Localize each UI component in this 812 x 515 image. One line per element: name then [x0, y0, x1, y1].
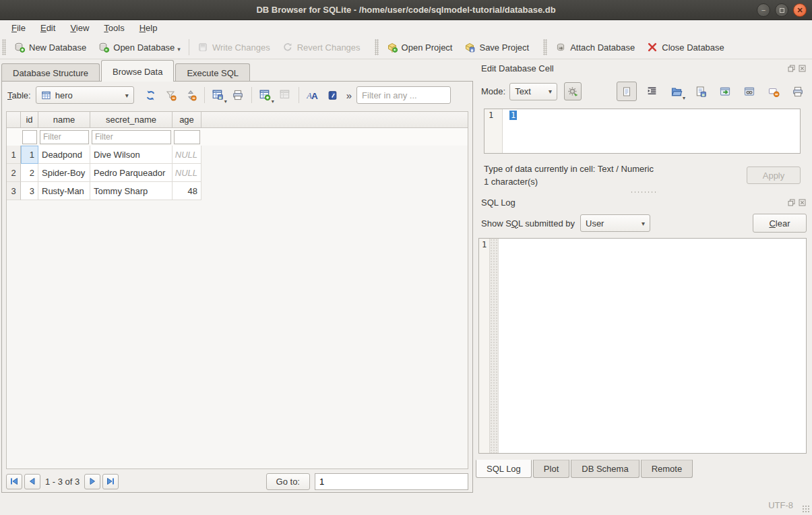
table-select[interactable]: hero ▾ [36, 86, 134, 104]
bottom-tab-sql-log[interactable]: SQL Log [476, 460, 532, 478]
tab-browse-data[interactable]: Browse Data [101, 60, 174, 82]
filter-input-id[interactable] [22, 130, 37, 144]
open-project-button[interactable]: Open Project [381, 38, 459, 56]
word-wrap-button[interactable] [643, 83, 661, 100]
save-table-button[interactable]: ▾ [209, 86, 227, 104]
sql-log-content[interactable] [499, 239, 806, 453]
edit-cell-dock-titlebar[interactable]: Edit Database Cell [476, 59, 812, 76]
row-range-label: 1 - 3 of 3 [42, 477, 82, 487]
window-resize-grip[interactable] [802, 505, 810, 513]
open-database-dropdown-arrow[interactable]: ▾ [177, 46, 181, 53]
editor-fold-margin [490, 239, 499, 453]
menu-help[interactable]: Help [132, 22, 165, 34]
font-icon: AA [306, 89, 318, 101]
cell-age[interactable]: NULL [173, 146, 201, 164]
column-header-id[interactable]: id [21, 112, 38, 127]
menu-view[interactable]: View [63, 22, 96, 34]
cell-name[interactable]: Rusty-Man [38, 182, 90, 200]
title-bar[interactable]: DB Browser for SQLite - /home/user/code/… [0, 0, 812, 20]
bottom-tab-plot[interactable]: Plot [533, 460, 569, 478]
goto-button[interactable]: Go to: [266, 473, 310, 490]
clear-filters-button[interactable] [162, 86, 180, 104]
import-cell-data-button[interactable]: ▾ [667, 83, 685, 100]
open-database-button[interactable]: Open Database ▾ [92, 38, 187, 56]
table-row: 3 3 Rusty-Man Tommy Sharp 48 [7, 182, 468, 200]
row-number[interactable]: 3 [7, 182, 21, 200]
bottom-tab-db-schema[interactable]: DB Schema [571, 460, 639, 478]
export-cell-data-button[interactable] [691, 83, 710, 100]
print-button[interactable] [229, 86, 247, 104]
close-database-button[interactable]: Close Database [641, 38, 730, 56]
dropdown-arrow: ▾ [224, 98, 227, 104]
clear-sort-button[interactable] [182, 86, 200, 104]
cell-name[interactable]: Deadpond [38, 146, 90, 164]
sql-log-dock-titlebar[interactable]: SQL Log [476, 196, 812, 210]
mode-select[interactable]: Text ▾ [509, 83, 557, 100]
set-null-icon [768, 86, 780, 98]
menu-file[interactable]: File [4, 22, 33, 34]
dock-close-icon[interactable] [798, 64, 807, 73]
font-settings-button[interactable]: AA [303, 86, 321, 104]
goto-input[interactable] [315, 473, 468, 490]
cell-age[interactable]: NULL [173, 164, 201, 182]
new-database-button[interactable]: New Database [8, 38, 92, 56]
print-cell-button[interactable] [788, 83, 807, 100]
filter-input-secret-name[interactable] [92, 130, 171, 144]
app-window: DB Browser for SQLite - /home/user/code/… [0, 0, 812, 515]
cell-age[interactable]: 48 [173, 182, 201, 200]
cell-id[interactable]: 3 [21, 182, 38, 200]
filter-any-column-input[interactable] [356, 86, 451, 104]
clear-log-button[interactable]: Clear [753, 214, 807, 233]
text-mode-toggle-button[interactable] [617, 82, 637, 101]
filter-input-name[interactable] [40, 130, 89, 144]
column-header-name[interactable]: name [38, 112, 90, 127]
auto-format-button[interactable] [564, 82, 582, 100]
dock-splitter[interactable] [476, 188, 812, 196]
column-header-secret-name[interactable]: secret_name [90, 112, 173, 127]
sql-source-select[interactable]: User ▾ [580, 214, 650, 232]
first-page-button[interactable] [6, 474, 22, 489]
cell-id[interactable]: 2 [21, 164, 38, 182]
menu-edit[interactable]: Edit [33, 22, 63, 34]
link-icon [743, 86, 755, 98]
cell-id[interactable]: 1 [21, 146, 38, 164]
dock-close-icon[interactable] [798, 198, 807, 207]
dock-float-icon[interactable] [787, 198, 796, 207]
cell-editor[interactable]: 1 1 [484, 109, 801, 154]
cell-editor-content[interactable]: 1 [503, 109, 800, 153]
dock-float-icon[interactable] [787, 64, 796, 73]
last-page-button[interactable] [102, 474, 119, 489]
refresh-button[interactable] [142, 86, 160, 104]
toolbar-drag-handle[interactable] [2, 39, 6, 55]
save-project-button[interactable]: Save Project [458, 38, 535, 56]
toolbar-overflow-chevron[interactable]: » [344, 90, 354, 101]
next-page-button[interactable] [84, 474, 100, 489]
attach-database-button[interactable]: Attach Database [549, 38, 641, 56]
bottom-tab-remote[interactable]: Remote [641, 460, 693, 478]
cell-secret-name[interactable]: Dive Wilson [90, 146, 173, 164]
open-in-external-button[interactable] [716, 83, 734, 100]
column-header-age[interactable]: age [173, 112, 201, 127]
toolbar-drag-handle[interactable] [543, 39, 547, 55]
close-button[interactable]: ✕ [793, 3, 807, 17]
set-null-button[interactable] [764, 83, 782, 100]
previous-page-button[interactable] [24, 474, 40, 489]
copy-link-button[interactable] [740, 83, 758, 100]
main-tab-bar: Database Structure Browse Data Execute S… [1, 60, 251, 82]
find-in-table-button[interactable] [323, 86, 342, 104]
sql-log-editor[interactable]: 1 [478, 238, 807, 454]
cell-name[interactable]: Spider-Boy [38, 164, 90, 182]
cell-secret-name[interactable]: Pedro Parqueador [90, 164, 173, 182]
row-number[interactable]: 1 [7, 146, 21, 164]
maximize-button[interactable] [775, 3, 788, 17]
minimize-button[interactable]: − [757, 3, 770, 17]
row-number[interactable]: 2 [7, 164, 21, 182]
save-project-icon [464, 42, 475, 53]
tab-database-structure[interactable]: Database Structure [1, 63, 100, 82]
insert-record-button[interactable]: ▾ [256, 86, 274, 104]
tab-execute-sql[interactable]: Execute SQL [175, 63, 250, 82]
menu-tools[interactable]: Tools [96, 22, 131, 34]
filter-input-age[interactable] [174, 130, 200, 144]
cell-secret-name[interactable]: Tommy Sharp [90, 182, 173, 200]
toolbar-drag-handle[interactable] [375, 39, 379, 55]
